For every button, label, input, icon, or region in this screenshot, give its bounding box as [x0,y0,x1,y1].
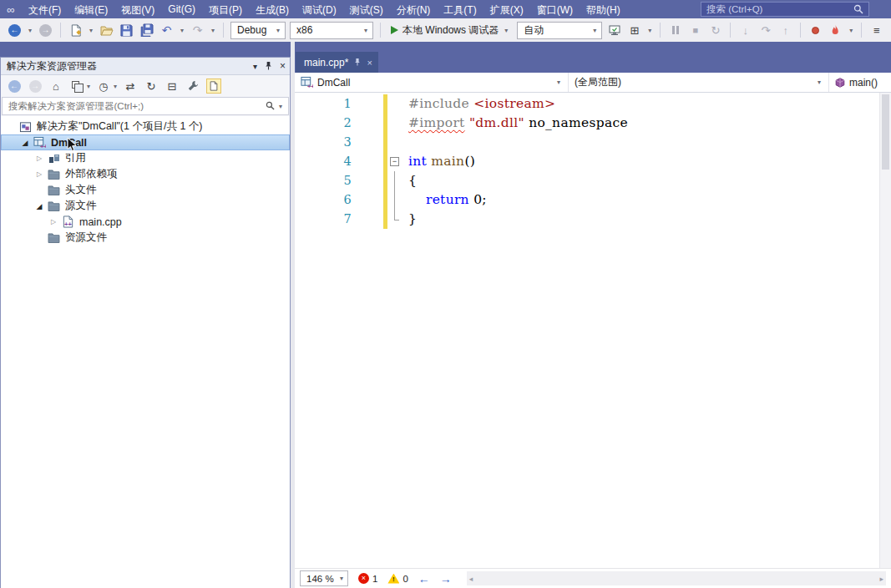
dropdown-caret-icon[interactable]: ▾ [114,83,117,90]
restart-icon[interactable]: ↻ [707,23,723,38]
quick-search-box[interactable]: 搜索 (Ctrl+Q) [701,2,869,17]
chevron-down-icon[interactable]: ▾ [338,575,345,582]
stop-icon[interactable]: ■ [687,23,703,38]
pending-changes-filter-icon[interactable]: ◷ [96,79,111,94]
undo-icon[interactable]: ↶ [159,23,175,38]
project-scope-combo[interactable]: ++ DmCall ▾ [295,73,569,92]
fold-collapse-icon[interactable]: − [390,157,399,166]
dropdown-caret-icon[interactable]: ▾ [848,27,854,34]
navigate-back-icon[interactable]: ← [7,23,23,38]
code-line[interactable]: 4−int main() [295,152,879,171]
new-project-icon[interactable] [68,23,84,38]
dropdown-caret-icon[interactable]: ▾ [591,27,598,34]
save-all-icon[interactable] [139,23,154,38]
tree-item[interactable]: ▷++main.cpp [1,214,290,230]
code-line[interactable]: 3 [295,133,879,152]
tree-item[interactable]: 资源文件 [1,230,290,246]
dropdown-caret-icon[interactable]: ▾ [179,27,185,34]
menu-item[interactable]: 分析(N) [390,0,438,18]
code-text[interactable]: #import "dm.dll" no_namespace [402,114,628,133]
warning-count-button[interactable]: ! 0 [387,574,408,584]
menu-item[interactable]: 项目(P) [202,0,249,18]
redo-icon[interactable]: ↷ [190,23,205,38]
scroll-left-icon[interactable]: ◂ [469,575,473,583]
properties-icon[interactable] [185,79,200,94]
chevron-collapsed-icon[interactable]: ▷ [47,218,60,226]
switch-views-icon[interactable] [69,79,84,94]
menu-item[interactable]: 视图(V) [114,0,161,18]
dropdown-caret-icon[interactable]: ▾ [503,27,509,34]
code-line[interactable]: 1#include <iostream> [295,94,879,114]
tree-item[interactable]: 解决方案"DmCall"(1 个项目/共 1 个) [1,119,290,134]
menu-item[interactable]: 测试(S) [343,0,390,18]
horizontal-scrollbar[interactable]: ◂ ▸ [467,571,886,585]
menu-item[interactable]: 文件(F) [22,0,68,18]
dropdown-caret-icon[interactable]: ▾ [88,27,94,34]
start-debugging-button[interactable]: 本地 Windows 调试器▾ [387,22,513,39]
command-grid-icon[interactable]: ⊞ [626,23,642,38]
tree-item[interactable]: 头文件 [1,182,290,198]
code-text[interactable]: return 0; [402,190,487,210]
menu-item[interactable]: 窗口(W) [530,0,580,18]
pin-icon[interactable] [354,58,361,67]
chevron-down-icon[interactable]: ▾ [277,103,284,110]
task-list-icon[interactable]: ≡ [868,23,884,38]
scroll-right-icon[interactable]: ▸ [879,575,883,583]
dropdown-caret-icon[interactable]: ▾ [646,27,653,34]
chevron-expanded-icon[interactable]: ◢ [33,202,46,210]
error-count-button[interactable]: × 1 [358,573,377,584]
code-line[interactable]: 7} [295,210,879,229]
code-text[interactable]: #include <iostream> [402,94,555,114]
vertical-scrollbar[interactable] [879,93,891,568]
fold-margin[interactable]: − [387,152,402,171]
attach-to-process-icon[interactable] [606,23,622,38]
tree-item[interactable]: ◢++DmCall [1,134,290,150]
step-over-icon[interactable]: ↷ [757,23,773,38]
menu-item[interactable]: 生成(B) [249,0,296,18]
member-combo[interactable]: main() [829,73,891,92]
chevron-expanded-icon[interactable]: ◢ [18,139,32,147]
navigate-forward-icon[interactable]: → [38,23,53,38]
window-position-icon[interactable]: ▾ [253,62,257,71]
navigate-forward-icon[interactable]: → [28,79,43,94]
navigate-forward-icon[interactable]: → [440,572,452,585]
code-text[interactable]: } [402,210,417,229]
dropdown-caret-icon[interactable]: ▾ [27,27,33,34]
dropdown-caret-icon[interactable]: ▾ [362,27,369,34]
close-icon[interactable]: × [367,58,372,68]
step-out-icon[interactable]: ↑ [777,23,793,38]
tree-item[interactable]: ▷引用 [1,150,290,166]
menu-item[interactable]: 扩展(X) [483,0,530,18]
dropdown-caret-icon[interactable]: ▾ [210,27,216,34]
navigate-back-icon[interactable]: ← [7,79,22,94]
scope-combo[interactable]: (全局范围) ▾ [569,73,829,92]
pin-icon[interactable] [265,61,272,71]
collapse-all-icon[interactable]: ⊟ [165,79,180,94]
menu-item[interactable]: 工具(T) [437,0,483,18]
dropdown-caret-icon[interactable]: ▾ [275,27,281,34]
scrollbar-thumb[interactable] [882,94,889,170]
solution-platform-combo[interactable]: x86▾ [290,22,373,39]
solution-explorer-header[interactable]: 解决方案资源管理器 ▾ × [1,58,290,75]
code-line[interactable]: 2#import "dm.dll" no_namespace [295,114,879,133]
preview-selected-icon[interactable] [206,79,221,94]
open-file-icon[interactable] [99,23,114,38]
menu-item[interactable]: 调试(D) [296,0,343,18]
menu-item[interactable]: 帮助(H) [580,0,627,18]
menu-item[interactable]: 编辑(E) [68,0,114,18]
code-line[interactable]: 5{ [295,171,879,190]
code-editor[interactable]: 1#include <iostream>2#import "dm.dll" no… [295,93,891,568]
search-icon[interactable] [853,4,863,14]
solution-configuration-combo[interactable]: Debug▾ [230,22,286,39]
step-into-icon[interactable]: ↓ [737,23,753,38]
solution-search-box[interactable]: 搜索解决方案资源管理器(Ctrl+;) ▾ [2,97,289,115]
debug-target-combo[interactable]: 自动▾ [517,22,602,39]
code-text[interactable]: int main() [402,152,475,171]
chevron-collapsed-icon[interactable]: ▷ [33,170,46,178]
tab-main-cpp[interactable]: main.cpp* × [296,52,378,73]
code-line[interactable]: 6 return 0; [295,190,879,210]
navigate-backward-icon[interactable]: ← [418,572,430,585]
home-icon[interactable]: ⌂ [48,79,63,94]
refresh-icon[interactable]: ↻ [144,79,159,94]
search-icon[interactable] [266,101,275,112]
